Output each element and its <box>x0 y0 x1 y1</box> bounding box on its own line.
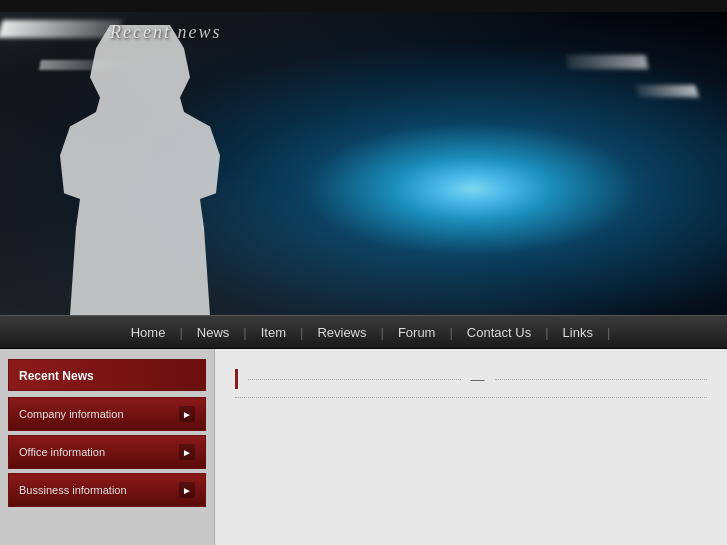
content-header-line: — <box>235 369 707 389</box>
nav-reviews[interactable]: Reviews <box>303 325 380 340</box>
content-divider <box>235 397 707 398</box>
sidebar-header: Recent News <box>8 359 206 391</box>
sidebar-item-office-label: Office information <box>19 446 105 458</box>
office-arrow-icon: ► <box>179 444 195 460</box>
company-arrow-icon: ► <box>179 406 195 422</box>
sidebar-item-business-label: Bussiness information <box>19 484 127 496</box>
sidebar-item-company[interactable]: Company information ► <box>8 397 206 431</box>
sidebar: Recent News Company information ► Office… <box>0 349 215 545</box>
content-dash: — <box>471 371 485 387</box>
navigation-bar: Home | News | Item | Reviews | Forum | C… <box>0 315 727 349</box>
sidebar-item-office[interactable]: Office information ► <box>8 435 206 469</box>
sidebar-item-business[interactable]: Bussiness information ► <box>8 473 206 507</box>
hero-section: Recent news <box>0 0 727 315</box>
ceiling-light-4 <box>635 85 698 97</box>
content-dots-line <box>248 379 461 380</box>
nav-item[interactable]: Item <box>247 325 300 340</box>
person-silhouette <box>40 25 240 315</box>
business-arrow-icon: ► <box>179 482 195 498</box>
content-accent-bar <box>235 369 238 389</box>
content-area: Recent News Company information ► Office… <box>0 349 727 545</box>
main-content: — <box>215 349 727 545</box>
sidebar-item-company-label: Company information <box>19 408 124 420</box>
nav-contact[interactable]: Contact Us <box>453 325 545 340</box>
sidebar-header-text: Recent News <box>19 369 94 383</box>
hero-title: Recent news <box>110 22 221 43</box>
nav-news[interactable]: News <box>183 325 244 340</box>
nav-sep-7: | <box>607 325 610 340</box>
content-dots-line-2 <box>495 379 708 380</box>
nav-links[interactable]: Links <box>549 325 607 340</box>
ceiling-light-3 <box>566 55 648 69</box>
nav-home[interactable]: Home <box>117 325 180 340</box>
nav-forum[interactable]: Forum <box>384 325 450 340</box>
